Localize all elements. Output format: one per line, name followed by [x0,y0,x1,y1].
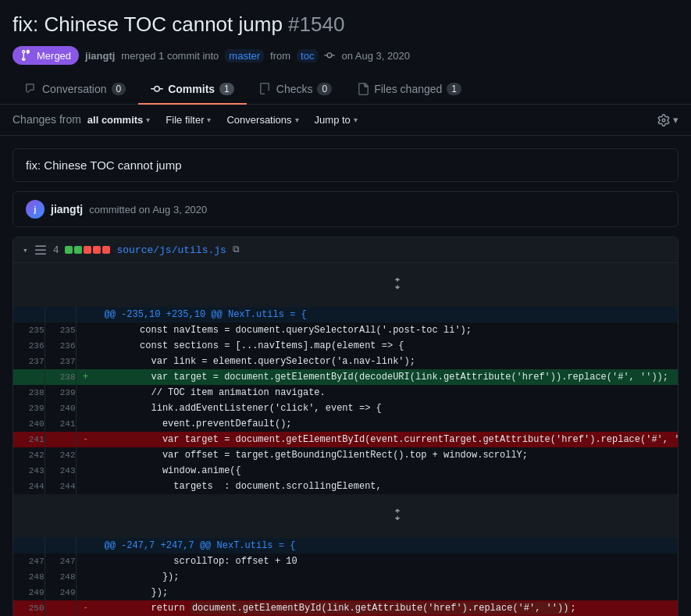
diff-line-236: 236 236 const sections = [...navItems].m… [13,338,679,354]
file-filter-label: File filter [166,114,204,126]
commit-title-box: fix: Chinese TOC cannot jump [12,148,679,182]
sign-247 [76,554,95,569]
merge-icon [20,49,33,62]
sign-236 [76,338,95,354]
stat-block-3 [84,246,91,254]
conversations-chevron: ▾ [295,116,299,124]
diff-container: ▾ 4 source/js/utils.js ⧉ [12,237,679,616]
code-235: const navItems = document.querySelectorA… [95,322,679,338]
diff-toggle[interactable]: ▾ [23,245,28,255]
sign-248 [76,569,95,585]
copy-path-btn[interactable]: ⧉ [233,244,240,255]
sign-del-241: - [76,432,95,447]
pr-title: fix: Chinese TOC cannot jump #1540 [12,12,679,37]
code-248: }); [95,569,679,585]
changes-value: all commits [87,114,144,126]
changes-filter-btn[interactable]: all commits ▾ [84,112,154,127]
old-248: 248 [13,569,45,585]
expand-top-cell[interactable] [13,263,679,307]
diff-line-249: 249 249 }); [13,585,679,600]
commits-icon [151,83,163,95]
meta-date: on Aug 3, 2020 [341,50,409,62]
source-branch[interactable]: toc [297,49,318,62]
tab-checks[interactable]: Checks 0 [247,75,344,105]
jump-to-label: Jump to [315,114,351,126]
commit-action: committed on [89,204,150,215]
tab-commits-label: Commits [168,83,215,95]
page-container: fix: Chinese TOC cannot jump #1540 Merge… [0,0,691,616]
old-235: 235 [13,322,45,338]
old-238: 238 [13,385,45,401]
sign-240-241 [76,416,95,432]
diff-line-add-238: 238 + var target = document.getElementBy… [13,369,679,385]
changes-chevron: ▾ [146,116,150,124]
old-244: 244 [13,479,45,494]
new-240: 240 [45,401,76,416]
hunk-old-num [13,307,45,322]
new-249: 249 [45,585,76,600]
commit-author[interactable]: jiangtj [51,203,83,215]
hunk2-old-num [13,538,45,554]
expand-mid-icon [391,508,404,521]
old-del-241: 241 [13,432,45,447]
avatar: j [26,200,45,219]
new-del-250 [45,600,76,616]
diff-line-242: 242 242 var offset = target.getBoundingC… [13,447,679,463]
new-243: 243 [45,463,76,479]
file-filter-btn[interactable]: File filter ▾ [162,112,214,127]
expand-row-mid[interactable] [13,494,679,538]
stat-block-4 [93,246,101,254]
code-249: }); [95,585,679,600]
diff-expand-icon[interactable] [34,244,47,256]
conversations-filter-btn[interactable]: Conversations ▾ [223,112,301,127]
tab-conversation[interactable]: Conversation 0 [12,75,138,105]
gear-btn[interactable]: ▾ [657,114,679,126]
hunk-row-1: @@ -235,10 +235,10 @@ NexT.utils = { [13,307,679,322]
old-242: 242 [13,447,45,463]
old-249: 249 [13,585,45,600]
diff-header: ▾ 4 source/js/utils.js ⧉ [13,237,678,263]
stat-block-5 [102,246,110,254]
diff-line-239-240: 239 240 link.addEventListener('click', e… [13,401,679,416]
tab-commits[interactable]: Commits 1 [138,75,247,105]
tabs: Conversation 0 Commits 1 Checks 0 [12,74,679,104]
merged-badge: Merged [12,46,79,65]
pr-number: #1540 [288,12,344,36]
hunk-new-num [45,307,76,322]
commit-date-text: committed on Aug 3, 2020 [89,204,207,215]
code-244: targets : document.scrollingElement, [95,479,679,494]
main-content: fix: Chinese TOC cannot jump j jiangtj c… [0,136,691,616]
sign-237 [76,354,95,369]
diff-stat-num: 4 [53,244,59,256]
expand-top-icon [391,277,404,290]
tab-conversation-count: 0 [112,83,126,95]
target-branch[interactable]: master [225,49,264,62]
expand-row-top[interactable] [13,263,679,307]
file-filter-chevron: ▾ [207,116,211,124]
commit-date: Aug 3, 2020 [152,204,207,215]
new-248: 248 [45,569,76,585]
tab-files[interactable]: Files changed 1 [344,75,474,105]
code-247: scrollTop: offset + 10 [95,554,679,569]
old-236: 236 [13,338,45,354]
diff-line-del-241: 241 - var target = document.getElementBy… [13,432,679,447]
code-236: const sections = [...navItems].map(eleme… [95,338,679,354]
commit-title: fix: Chinese TOC cannot jump [26,158,182,172]
new-236: 236 [45,338,76,354]
diff-line-238-239: 238 239 // TOC item animation navigate. [13,385,679,401]
new-237: 237 [45,354,76,369]
diff-line-del-250: 250 - return document.getElementById(lin… [13,600,679,616]
code-242: var offset = target.getBoundingClientRec… [95,447,679,463]
diff-filename[interactable]: source/js/utils.js [116,244,226,256]
jump-to-btn[interactable]: Jump to ▾ [312,112,361,127]
jump-to-chevron: ▾ [354,116,358,124]
stat-block-1 [65,246,73,254]
old-add-238 [13,369,45,385]
code-add-238: var target = document.getElementById(dec… [95,369,679,385]
new-244: 244 [45,479,76,494]
expand-mid-cell[interactable] [13,494,679,538]
old-240: 240 [13,416,45,432]
tab-commits-count: 1 [219,83,234,95]
hunk-content-2: @@ -247,7 +247,7 @@ NexT.utils = { [95,538,679,554]
code-239-240: link.addEventListener('click', event => … [95,401,679,416]
